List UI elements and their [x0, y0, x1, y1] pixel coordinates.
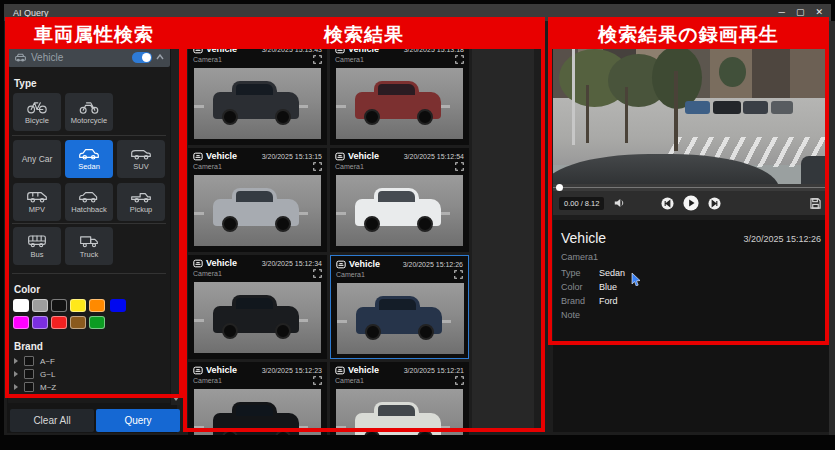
color-swatch-blue[interactable] [110, 299, 126, 312]
type-button-truck[interactable]: Truck [65, 227, 113, 265]
vehicle-thumbnail [337, 283, 464, 354]
vehicle-thumbnail [194, 175, 321, 246]
type-button-bus[interactable]: Bus [13, 227, 61, 265]
skip-forward-button[interactable] [708, 197, 721, 210]
expand-icon[interactable] [455, 55, 464, 64]
type-button-mpv[interactable]: MPV [13, 183, 61, 221]
vehicle-badge-icon [193, 259, 203, 268]
brand-checkbox[interactable] [24, 356, 34, 366]
window-scrollbar[interactable] [829, 21, 835, 435]
expand-arrow-icon[interactable] [14, 358, 18, 364]
clear-all-button[interactable]: Clear All [10, 409, 94, 432]
expand-icon[interactable] [455, 162, 464, 171]
detail-row-note: Note [561, 310, 599, 320]
detection-title: Vehicle [561, 230, 606, 246]
divider [12, 223, 166, 224]
query-button[interactable]: Query [96, 409, 180, 432]
skip-back-button[interactable] [661, 197, 674, 210]
divider [12, 273, 166, 274]
type-button-bicycle[interactable]: Bicycle [13, 93, 61, 131]
detection-details-panel: Vehicle 3/20/2025 15:12:26 Camera1 Type … [553, 220, 829, 432]
divider [12, 135, 166, 136]
vehicle-badge-icon [193, 366, 203, 375]
mouse-cursor-icon [631, 273, 641, 286]
type-button-any-car[interactable]: Any Car [13, 140, 61, 178]
car-icon [14, 51, 27, 64]
result-card[interactable]: Vehicle 3/20/2025 15:13:15 Camera1 [188, 148, 327, 252]
volume-icon[interactable] [614, 198, 625, 208]
color-swatch-purple[interactable] [32, 316, 48, 329]
vehicle-badge-icon [193, 45, 203, 54]
scroll-up-icon[interactable] [173, 26, 179, 30]
vehicle-badge-icon [193, 152, 203, 161]
color-swatch-red[interactable] [51, 316, 67, 329]
vehicle-section-header[interactable]: Vehicle [8, 47, 170, 67]
type-button-sedan[interactable]: Sedan [65, 140, 113, 178]
detail-row-brand: Brand Ford [561, 296, 618, 306]
maximize-button[interactable]: ▢ [796, 4, 805, 21]
detail-row-color: Color Blue [561, 282, 617, 292]
color-swatch-yellow[interactable] [70, 299, 86, 312]
color-swatch-brown[interactable] [70, 316, 86, 329]
app-window: AI Query ─ ▢ ✕ Vehicle Type Bicycle Moto… [0, 0, 835, 450]
vehicle-thumbnail [336, 389, 463, 435]
save-recording-icon[interactable] [810, 198, 821, 209]
play-button[interactable] [683, 195, 699, 211]
scroll-down-icon[interactable] [173, 397, 179, 401]
vehicle-thumbnail [194, 282, 321, 353]
detection-timestamp: 3/20/2025 15:12:26 [743, 234, 821, 244]
chevron-up-icon[interactable] [152, 54, 168, 60]
result-card[interactable]: Vehicle 3/20/2025 15:12:54 Camera1 [330, 148, 469, 252]
seek-bar[interactable] [553, 184, 829, 191]
brand-checkbox[interactable] [24, 369, 34, 379]
expand-icon[interactable] [313, 269, 322, 278]
results-empty-column [472, 24, 534, 430]
brand-checkbox[interactable] [24, 382, 34, 392]
brand-group-m-z[interactable]: M~Z [14, 382, 56, 392]
expand-icon[interactable] [313, 162, 322, 171]
color-swatch-white[interactable] [13, 299, 29, 312]
expand-icon[interactable] [455, 376, 464, 385]
result-card[interactable]: Vehicle 3/20/2025 15:13:43 Camera1 [188, 41, 327, 145]
playback-time: 0.00 / 8.12 [559, 197, 604, 210]
brand-group-g-l[interactable]: G~L [14, 369, 55, 379]
expand-icon[interactable] [454, 270, 463, 279]
vehicle-badge-icon [336, 260, 346, 269]
seek-handle[interactable] [556, 184, 563, 191]
color-swatch-green[interactable] [89, 316, 105, 329]
type-button-hatchback[interactable]: Hatchback [65, 183, 113, 221]
playback-video-frame[interactable] [553, 46, 829, 184]
title-bar: AI Query ─ ▢ ✕ [4, 4, 831, 21]
expand-arrow-icon[interactable] [14, 384, 18, 390]
color-swatch-magenta[interactable] [13, 316, 29, 329]
result-card-selected[interactable]: Vehicle 3/20/2025 15:12:26 Camera1 [330, 255, 469, 359]
brand-section-label: Brand [14, 341, 43, 352]
color-swatch-gray[interactable] [32, 299, 48, 312]
type-button-pickup[interactable]: Pickup [117, 183, 165, 221]
result-card[interactable]: Vehicle 3/20/2025 15:12:34 Camera1 [188, 255, 327, 359]
type-button-suv[interactable]: SUV [117, 140, 165, 178]
expand-arrow-icon[interactable] [14, 371, 18, 377]
expand-icon[interactable] [313, 55, 322, 64]
close-button[interactable]: ✕ [815, 4, 823, 21]
color-swatch-black[interactable] [51, 299, 67, 312]
player-controls: 0.00 / 8.12 [553, 191, 829, 215]
filter-scrollbar[interactable] [171, 22, 180, 405]
vehicle-thumbnail [194, 389, 321, 435]
result-card[interactable]: Vehicle 3/20/2025 15:12:21 Camera1 [330, 362, 469, 435]
expand-icon[interactable] [313, 376, 322, 385]
type-button-motorcycle[interactable]: Motorcycle [65, 93, 113, 131]
vehicle-thumbnail [336, 68, 463, 139]
result-card[interactable]: Vehicle 3/20/2025 15:12:23 Camera1 [188, 362, 327, 435]
vehicle-filter-toggle[interactable] [132, 52, 152, 63]
result-card[interactable]: Vehicle 3/20/2025 15:13:18 Camera1 [330, 41, 469, 145]
vehicle-thumbnail [336, 175, 463, 246]
brand-group-a-f[interactable]: A~F [14, 356, 55, 366]
results-grid: Vehicle 3/20/2025 15:13:43 Camera1 Vehic… [184, 21, 540, 435]
color-swatch-orange[interactable] [89, 299, 105, 312]
color-section-label: Color [14, 284, 40, 295]
minimize-button[interactable]: ─ [779, 4, 785, 21]
detail-row-type: Type Sedan [561, 268, 625, 278]
detection-camera: Camera1 [561, 252, 598, 262]
type-section-label: Type [14, 78, 37, 89]
